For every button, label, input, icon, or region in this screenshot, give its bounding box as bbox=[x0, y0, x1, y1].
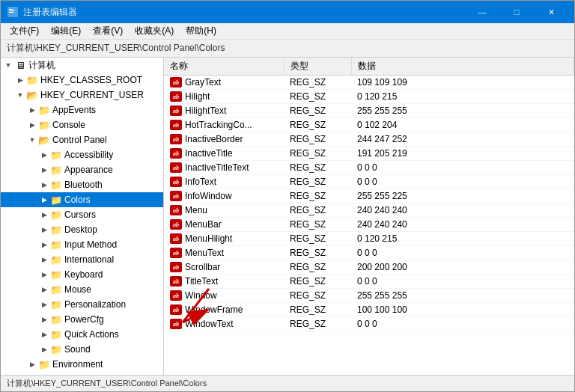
col-type[interactable]: 类型 bbox=[284, 58, 351, 76]
tree-item-environment[interactable]: ▶ 📁 Environment bbox=[1, 357, 163, 372]
expand-icon: ▼ bbox=[2, 61, 14, 69]
type-cell: REG_SZ bbox=[284, 118, 351, 132]
table-row[interactable]: ab HilightText REG_SZ 255 255 255 bbox=[164, 104, 574, 118]
table-row[interactable]: ab InfoWindow REG_SZ 255 255 225 bbox=[164, 189, 574, 203]
data-cell: 244 247 252 bbox=[351, 132, 574, 147]
name-cell: ab WindowFrame bbox=[164, 303, 284, 317]
table-row[interactable]: ab WindowText REG_SZ 0 0 0 bbox=[164, 317, 574, 331]
table-row[interactable]: ab HotTrackingCo... REG_SZ 0 102 204 bbox=[164, 118, 574, 132]
expand-icon: ▶ bbox=[38, 151, 50, 159]
folder-icon: 📂 bbox=[26, 89, 38, 101]
expand-icon: ▶ bbox=[38, 226, 50, 233]
reg-icon: ab bbox=[170, 262, 182, 272]
tree-label: HKEY_CURRENT_USER bbox=[40, 90, 144, 100]
table-row[interactable]: ab MenuHilight REG_SZ 0 120 215 bbox=[164, 232, 574, 246]
reg-name: Window bbox=[185, 290, 217, 301]
tree-item-appevents[interactable]: ▶ 📁 AppEvents bbox=[1, 102, 163, 117]
reg-icon: ab bbox=[170, 148, 182, 159]
folder-icon: 📁 bbox=[50, 164, 62, 176]
menu-edit[interactable]: 编辑(E) bbox=[45, 23, 87, 39]
name-cell: ab InfoText bbox=[164, 175, 284, 189]
tree-item-console[interactable]: ▶ 📁 Console bbox=[1, 117, 163, 132]
tree-item-keyboard[interactable]: ▶ 📁 Keyboard bbox=[1, 267, 163, 282]
type-cell: REG_SZ bbox=[284, 175, 351, 189]
tree-label: PowerCfg bbox=[64, 314, 104, 325]
reg-icon: ab bbox=[170, 233, 182, 244]
tree-item-quickactions[interactable]: ▶ 📁 Quick Actions bbox=[1, 327, 163, 342]
name-cell: ab Hilight bbox=[164, 90, 284, 104]
type-cell: REG_SZ bbox=[284, 218, 351, 232]
tree-item-international[interactable]: ▶ 📁 International bbox=[1, 252, 163, 267]
expand-icon: ▶ bbox=[38, 196, 50, 203]
data-cell: 0 0 0 bbox=[351, 161, 574, 175]
tree-item-hkcu[interactable]: ▼ 📂 HKEY_CURRENT_USER bbox=[1, 88, 163, 102]
data-cell: 0 102 204 bbox=[351, 118, 574, 132]
expand-icon: ▶ bbox=[26, 106, 38, 114]
tree-item-hkcr[interactable]: ▶ 📁 HKEY_CLASSES_ROOT bbox=[1, 73, 163, 88]
folder-icon: 📁 bbox=[50, 254, 62, 266]
type-cell: REG_SZ bbox=[284, 104, 351, 118]
table-row[interactable]: ab Scrollbar REG_SZ 200 200 200 bbox=[164, 260, 574, 275]
reg-icon: ab bbox=[170, 248, 182, 258]
svg-rect-2 bbox=[9, 10, 15, 11]
registry-editor-window: 注册表编辑器 — □ ✕ 文件(F) 编辑(E) 查看(V) 收藏夹(A) 帮助… bbox=[0, 0, 575, 392]
window-title: 注册表编辑器 bbox=[23, 6, 465, 19]
data-cell: 191 205 219 bbox=[351, 147, 574, 161]
close-button[interactable]: ✕ bbox=[534, 1, 568, 23]
table-row[interactable]: ab InfoText REG_SZ 0 0 0 bbox=[164, 175, 574, 189]
table-row[interactable]: ab GrayText REG_SZ 109 109 109 bbox=[164, 76, 574, 90]
tree-item-computer[interactable]: ▼ 🖥 计算机 bbox=[1, 58, 163, 73]
tree-item-controlpanel[interactable]: ▼ 📂 Control Panel bbox=[1, 132, 163, 147]
name-cell: ab GrayText bbox=[164, 76, 284, 90]
tree-item-mouse[interactable]: ▶ 📁 Mouse bbox=[1, 282, 163, 297]
tree-item-cursors[interactable]: ▶ 📁 Cursors bbox=[1, 207, 163, 222]
tree-label: Quick Actions bbox=[64, 329, 119, 340]
tree-item-bluetooth[interactable]: ▶ 📁 Bluetooth bbox=[1, 177, 163, 192]
type-cell: REG_SZ bbox=[284, 246, 351, 260]
menu-help[interactable]: 帮助(H) bbox=[180, 23, 222, 39]
type-cell: REG_SZ bbox=[284, 289, 351, 303]
tree-panel[interactable]: ▼ 🖥 计算机 ▶ 📁 HKEY_CLASSES_ROOT ▼ 📂 HKEY_C… bbox=[1, 58, 164, 375]
tree-item-appearance[interactable]: ▶ 📁 Appearance bbox=[1, 162, 163, 177]
tree-item-personalization[interactable]: ▶ 📁 Personalization bbox=[1, 297, 163, 312]
table-row[interactable]: ab InactiveBorder REG_SZ 244 247 252 bbox=[164, 132, 574, 147]
minimize-button[interactable]: — bbox=[465, 1, 499, 23]
reg-icon: ab bbox=[170, 77, 182, 88]
tree-item-powercfg[interactable]: ▶ 📁 PowerCfg bbox=[1, 312, 163, 327]
name-cell: ab Window bbox=[164, 289, 284, 303]
name-cell: ab MenuBar bbox=[164, 218, 284, 232]
name-cell: ab InactiveTitleText bbox=[164, 161, 284, 175]
table-row[interactable]: ab MenuText REG_SZ 0 0 0 bbox=[164, 246, 574, 260]
col-name[interactable]: 名称 bbox=[164, 58, 284, 76]
reg-name: MenuHilight bbox=[185, 233, 232, 244]
reg-name: WindowText bbox=[185, 319, 234, 329]
tree-item-inputmethod[interactable]: ▶ 📁 Input Method bbox=[1, 237, 163, 252]
menu-view[interactable]: 查看(V) bbox=[87, 23, 129, 39]
folder-icon: 📁 bbox=[26, 74, 38, 86]
table-row[interactable]: ab InactiveTitleText REG_SZ 0 0 0 bbox=[164, 161, 574, 175]
tree-item-accessibility[interactable]: ▶ 📁 Accessibility bbox=[1, 147, 163, 162]
tree-item-colors[interactable]: ▶ 📁 Colors bbox=[1, 192, 163, 207]
col-data[interactable]: 数据 bbox=[351, 58, 574, 76]
menu-file[interactable]: 文件(F) bbox=[4, 23, 45, 39]
title-bar: 注册表编辑器 — □ ✕ bbox=[1, 1, 574, 23]
reg-icon: ab bbox=[170, 276, 182, 287]
table-row[interactable]: ab Menu REG_SZ 240 240 240 bbox=[164, 203, 574, 218]
tree-label: Control Panel bbox=[52, 135, 107, 145]
table-row[interactable]: ab MenuBar REG_SZ 240 240 240 bbox=[164, 218, 574, 232]
tree-item-sound[interactable]: ▶ 📁 Sound bbox=[1, 342, 163, 357]
table-row[interactable]: ab TitleText REG_SZ 0 0 0 bbox=[164, 275, 574, 289]
expand-icon: ▶ bbox=[38, 256, 50, 263]
reg-name: Hilight bbox=[185, 91, 210, 102]
table-row[interactable]: ab InactiveTitle REG_SZ 191 205 219 bbox=[164, 147, 574, 161]
tree-item-desktop[interactable]: ▶ 📁 Desktop bbox=[1, 222, 163, 237]
maximize-button[interactable]: □ bbox=[499, 1, 534, 23]
table-row[interactable]: ab Window REG_SZ 255 255 255 bbox=[164, 289, 574, 303]
folder-icon: 📁 bbox=[50, 313, 62, 325]
table-row[interactable]: ab WindowFrame REG_SZ 100 100 100 bbox=[164, 303, 574, 317]
menu-favorites[interactable]: 收藏夹(A) bbox=[129, 23, 180, 39]
reg-name: HilightText bbox=[185, 105, 226, 116]
table-row[interactable]: ab Hilight REG_SZ 0 120 215 bbox=[164, 90, 574, 104]
data-cell: 0 0 0 bbox=[351, 317, 574, 331]
type-cell: REG_SZ bbox=[284, 189, 351, 203]
